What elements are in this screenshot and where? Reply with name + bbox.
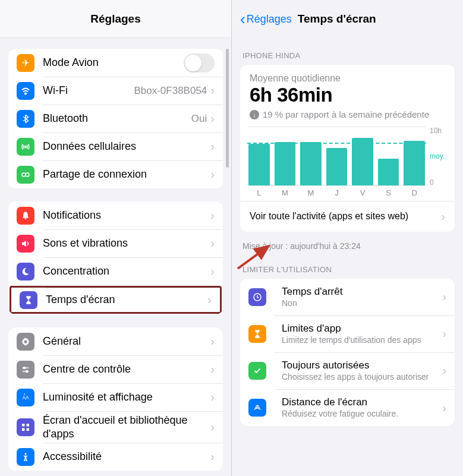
chart-y-labels: 10h moy. 0 [426,127,448,197]
grid-icon [17,418,34,436]
cellular-icon [17,138,34,156]
svg-point-0 [25,93,26,94]
row-bluetooth[interactable]: Bluetooth Oui › [8,105,223,133]
row-label: Wi-Fi [43,84,134,97]
row-sub: Choisissez les apps à toujours autoriser [282,371,435,382]
chevron-right-icon: › [210,168,215,181]
row-brightness[interactable]: AA Luminosité et affichage › [8,383,223,411]
svg-point-1 [25,146,26,147]
row-general[interactable]: Général › [8,327,223,355]
row-label: Mode Avion [43,56,184,70]
ytick-bot: 0 [430,178,448,187]
row-app-limits[interactable]: Limites d'app Limitez le temps d'utilisa… [240,316,455,352]
day-label: V [352,188,373,197]
row-cellular[interactable]: Données cellulaires › [8,133,223,160]
chevron-right-icon: › [441,210,445,223]
row-sub: Non [282,298,435,308]
chevron-right-icon: › [442,327,446,341]
chart-bar [248,144,270,185]
toggles-icon [17,361,34,379]
row-focus[interactable]: Concentration › [8,257,223,285]
row-label: Bluetooth [43,112,191,125]
check-shield-icon [248,362,266,380]
row-label: Toujours autorisées [282,360,435,371]
see-all-activity-link[interactable]: Voir toute l'activité (apps et sites web… [240,201,455,232]
chevron-right-icon: › [210,362,215,376]
clock-icon [248,288,266,306]
back-button[interactable]: ‹ Réglages [240,11,292,27]
chart-bar [378,159,399,185]
chart-bar [275,142,296,185]
row-notifications[interactable]: Notifications › [8,201,223,229]
chevron-right-icon: › [207,293,212,307]
chart-bar [326,148,348,185]
row-label: Partage de connexion [43,168,210,181]
row-label: Temps d'arrêt [282,286,435,298]
row-accessibility[interactable]: Accessibilité › [8,443,223,471]
chevron-left-icon: ‹ [240,11,245,27]
settings-group-network: ✈ Mode Avion Wi-Fi Bbox-0F38B054 › Bluet… [8,49,223,188]
waves-icon [248,399,266,417]
chevron-right-icon: › [210,140,215,153]
row-control-center[interactable]: Centre de contrôle › [8,355,223,383]
chart-bar [352,138,373,185]
page-title: Temps d'écran [298,12,376,26]
scrollbar[interactable] [226,49,229,168]
settings-title: Réglages [90,12,140,26]
accessibility-icon [17,448,34,466]
svg-point-2 [22,173,26,176]
row-label: Concentration [43,264,210,278]
settings-list[interactable]: ✈ Mode Avion Wi-Fi Bbox-0F38B054 › Bluet… [0,38,231,476]
screen-time-pane: ‹ Réglages Temps d'écran IPHONE HINDA Mo… [232,0,463,476]
row-home-screen[interactable]: Écran d'accueil et bibliothèque d'apps › [8,411,223,443]
svg-text:AA: AA [22,395,29,401]
row-value: Bbox-0F38B054 [134,85,207,97]
avg-label: Moyenne quotidienne [250,73,445,84]
hotspot-icon [17,166,34,184]
limit-header: LIMITER L'UTILISATION [240,261,455,279]
settings-header: Réglages [0,0,231,38]
day-label: D [404,188,425,197]
row-sub: Limitez le temps d'utilisation des apps [282,335,435,345]
row-airplane-mode[interactable]: ✈ Mode Avion [8,49,223,77]
chevron-right-icon: › [210,112,215,125]
chevron-right-icon: › [210,237,215,250]
limit-group: Temps d'arrêt Non › Limites d'app Limite… [240,279,455,427]
chevron-right-icon: › [442,290,446,304]
chevron-right-icon: › [210,450,215,464]
usage-summary: Moyenne quotidienne 6h 36min ↓ 19 % par … [240,65,455,127]
ytick-top: 10h [430,127,448,135]
chart-day-labels: LMMJVSD [247,186,426,197]
brightness-icon: AA [17,389,34,406]
chevron-right-icon: › [442,364,446,377]
arrow-down-circle-icon: ↓ [250,110,259,119]
row-screen-distance[interactable]: Distance de l'écran Réduisez votre fatig… [240,389,455,426]
avg-time-value: 6h 36min [250,84,445,106]
device-header: IPHONE HINDA [240,48,455,65]
chevron-right-icon: › [210,335,215,348]
hourglass-icon [248,325,266,343]
row-label: Limites d'app [282,323,435,335]
svg-rect-15 [22,428,25,431]
row-hotspot[interactable]: Partage de connexion › [8,160,223,188]
screen-time-content[interactable]: IPHONE HINDA Moyenne quotidienne 6h 36mi… [232,38,463,476]
row-label: Centre de contrôle [43,362,210,376]
row-wifi[interactable]: Wi-Fi Bbox-0F38B054 › [8,77,223,105]
svg-point-8 [23,367,25,368]
row-label: Sons et vibrations [43,237,210,250]
row-screen-time[interactable]: Temps d'écran › [10,286,222,314]
row-label: Accessibilité [43,450,210,464]
airplane-toggle[interactable] [184,53,215,72]
svg-point-6 [24,340,27,343]
chart-bars [247,127,426,186]
row-downtime[interactable]: Temps d'arrêt Non › [240,279,455,316]
delta-row: ↓ 19 % par rapport à la semaine précéden… [250,109,445,121]
avg-line [247,143,426,144]
row-value: Oui [191,113,207,125]
row-sounds[interactable]: Sons et vibrations › [8,229,223,257]
svg-rect-13 [22,424,25,427]
row-always-allowed[interactable]: Toujours autorisées Choisissez les apps … [240,352,455,389]
gear-icon [17,333,34,351]
svg-rect-16 [27,428,30,431]
chart-bar [300,142,322,185]
